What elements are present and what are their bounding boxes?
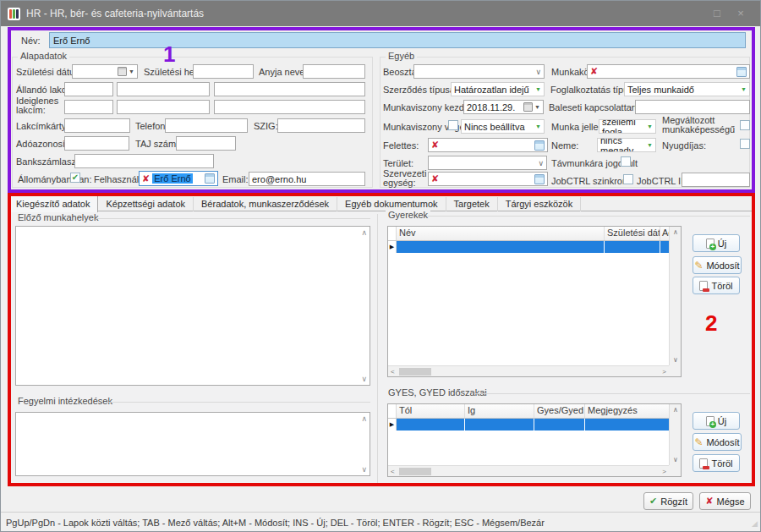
allando-lakcim-varos-input[interactable]: [117, 82, 210, 96]
beosztas-combo[interactable]: ∨: [413, 64, 545, 79]
scrollbar-thumb[interactable]: [399, 468, 431, 475]
taj-szam-input[interactable]: [176, 136, 236, 151]
clear-x-icon[interactable]: ✘: [431, 173, 439, 184]
scrollbar-thumb[interactable]: [399, 368, 431, 376]
maximize-button[interactable]: □: [708, 6, 726, 21]
gyerekek-table[interactable]: Név Születési dátum Ac ▶ ∧ ∨ < >: [387, 226, 682, 377]
tab-targyi-eszkozok[interactable]: Tárgyi eszközök: [498, 197, 581, 211]
szig-input[interactable]: [277, 118, 365, 133]
column-ad[interactable]: Ac: [660, 227, 669, 240]
elozo-munkahelyek-textarea[interactable]: ∧ ∨: [15, 226, 370, 386]
clear-x-icon[interactable]: ✘: [142, 173, 150, 184]
gyes-table[interactable]: Tól Ig Gyes/Gyed Megjegyzés ▶ ∧ ∨ < >: [387, 403, 682, 477]
rogzit-button[interactable]: ✔ Rögzít: [643, 492, 693, 510]
lookup-window-icon[interactable]: [534, 140, 545, 151]
szuletesi-hely-input[interactable]: [193, 64, 254, 79]
baleseti-input[interactable]: [635, 100, 750, 114]
email-input[interactable]: ero@erno.hu: [249, 172, 365, 186]
ideiglenes-lakcim-utca-input[interactable]: [214, 100, 365, 114]
titlebar[interactable]: HR - HR, bér- és cafeteria-nyilvántartás: [1, 1, 760, 26]
scroll-up-icon[interactable]: ∧: [673, 228, 678, 236]
column-nev[interactable]: Név: [397, 227, 605, 240]
column-tol[interactable]: Tól: [397, 404, 465, 418]
gyes-modosit-button[interactable]: ✎ Módosít: [693, 433, 742, 451]
column-gyes-gyed[interactable]: Gyes/Gyed: [534, 404, 585, 418]
dropdown-icon[interactable]: ▼: [535, 123, 541, 129]
horizontal-scrollbar[interactable]: < >: [388, 365, 669, 376]
foglalkoztatas-tipusa-combo[interactable]: Teljes munkaidő ▼: [624, 82, 750, 96]
munkakor-lookup[interactable]: ✘: [587, 64, 750, 79]
megvaltozott-checkbox[interactable]: [740, 120, 750, 130]
scroll-down-icon[interactable]: ∨: [673, 356, 678, 364]
calendar-icon[interactable]: [523, 102, 533, 112]
clear-x-icon[interactable]: ✘: [590, 66, 598, 77]
scroll-down-icon[interactable]: ∨: [361, 375, 367, 383]
lakcimkartya-input[interactable]: [64, 118, 130, 133]
megse-button[interactable]: ✘ Mégse: [699, 492, 751, 510]
tab-targetek[interactable]: Targetek: [446, 197, 498, 211]
munkaviszony-kezdete-input[interactable]: 2018.11.29. ▼: [463, 100, 544, 114]
lookup-window-icon[interactable]: [205, 173, 215, 184]
chevron-down-icon[interactable]: ∨: [538, 159, 544, 167]
telefon-input[interactable]: [165, 118, 248, 133]
szervezeti-egyseg-lookup[interactable]: ✘: [428, 172, 548, 186]
scroll-right-icon[interactable]: >: [662, 368, 666, 376]
column-ig[interactable]: Ig: [465, 404, 534, 418]
calendar-icon[interactable]: [118, 67, 127, 76]
gyes-selected-row[interactable]: ▶: [388, 419, 669, 431]
dropdown-icon[interactable]: ▼: [534, 104, 540, 110]
tavmunkara-checkbox[interactable]: [621, 156, 631, 167]
dropdown-icon[interactable]: ▼: [647, 123, 653, 129]
gyerekek-modosit-button[interactable]: ✎ Módosít: [693, 256, 742, 274]
dropdown-icon[interactable]: ▼: [535, 86, 541, 92]
scroll-left-icon[interactable]: <: [391, 468, 395, 475]
szuletesi-datum-input[interactable]: ▼: [72, 64, 138, 79]
gyes-uj-button[interactable]: + Új: [693, 412, 740, 430]
adoazonosito-input[interactable]: [64, 136, 129, 151]
scroll-down-icon[interactable]: ∨: [673, 456, 678, 463]
column-szuletesi-datum[interactable]: Születési dátum: [605, 227, 660, 240]
allando-lakcim-irsz-input[interactable]: [64, 82, 113, 96]
scroll-left-icon[interactable]: <: [391, 368, 395, 376]
horizontal-scrollbar[interactable]: < >: [388, 465, 669, 476]
tab-kepzettsegi-adatok[interactable]: Képzettségi adatok: [98, 197, 194, 211]
lookup-window-icon[interactable]: [534, 174, 545, 184]
scroll-right-icon[interactable]: >: [662, 468, 666, 475]
chevron-down-icon[interactable]: ∨: [535, 68, 541, 76]
vertical-scrollbar[interactable]: ∧ ∨: [669, 404, 681, 465]
jobctrl-szinkron-checkbox[interactable]: [623, 174, 633, 184]
lookup-window-icon[interactable]: [736, 67, 747, 77]
scroll-up-icon[interactable]: ∧: [361, 414, 367, 423]
neme-combo[interactable]: nincs megadv ▼: [597, 138, 656, 152]
felhasznalo-lookup[interactable]: ✘ Erő Ernő: [139, 171, 218, 186]
gyerekek-uj-button[interactable]: + Új: [693, 234, 740, 252]
nev-input[interactable]: Erő Ernő: [49, 32, 746, 48]
terulet-combo[interactable]: ∨: [428, 156, 547, 170]
gyes-torol-button[interactable]: Töröl: [693, 454, 740, 472]
allando-lakcim-utca-input[interactable]: [214, 82, 365, 96]
close-button[interactable]: ×: [731, 6, 750, 21]
vertical-scrollbar[interactable]: ∧ ∨: [669, 227, 681, 365]
tab-egyeb-dokumentumok[interactable]: Egyéb dokumentumok: [337, 197, 446, 211]
allomanyban-van-checkbox[interactable]: ✔: [70, 173, 80, 183]
munka-jellege-combo[interactable]: szellemi fogla ▼: [599, 119, 656, 134]
clear-x-icon[interactable]: ✘: [431, 140, 439, 151]
column-megjegyzes[interactable]: Megjegyzés: [585, 404, 669, 418]
gyerekek-selected-row[interactable]: ▶: [388, 241, 669, 253]
anyja-neve-input[interactable]: [303, 64, 365, 79]
munkaviszony-vege-checkbox[interactable]: [448, 120, 458, 130]
scroll-down-icon[interactable]: ∨: [361, 465, 367, 474]
scroll-up-icon[interactable]: ∧: [361, 228, 367, 237]
gyerekek-torol-button[interactable]: Töröl: [693, 277, 740, 294]
fegyelmi-textarea[interactable]: ∧ ∨: [15, 412, 370, 476]
felettes-lookup[interactable]: ✘: [428, 138, 548, 152]
tab-beradatok[interactable]: Béradatok, munkaszerződések: [194, 197, 337, 211]
nyugdijas-checkbox[interactable]: [740, 139, 750, 149]
dropdown-icon[interactable]: ▼: [741, 86, 747, 92]
munkaviszony-vege-combo[interactable]: Nincs beállítva ▼: [461, 119, 545, 134]
dropdown-icon[interactable]: ▼: [129, 69, 134, 74]
scroll-up-icon[interactable]: ∧: [673, 406, 678, 414]
dropdown-icon[interactable]: ▼: [647, 142, 653, 148]
bankszamlaszam-input[interactable]: [74, 154, 214, 168]
szerzodes-tipusa-combo[interactable]: Határozatlan idejű ▼: [451, 82, 545, 96]
